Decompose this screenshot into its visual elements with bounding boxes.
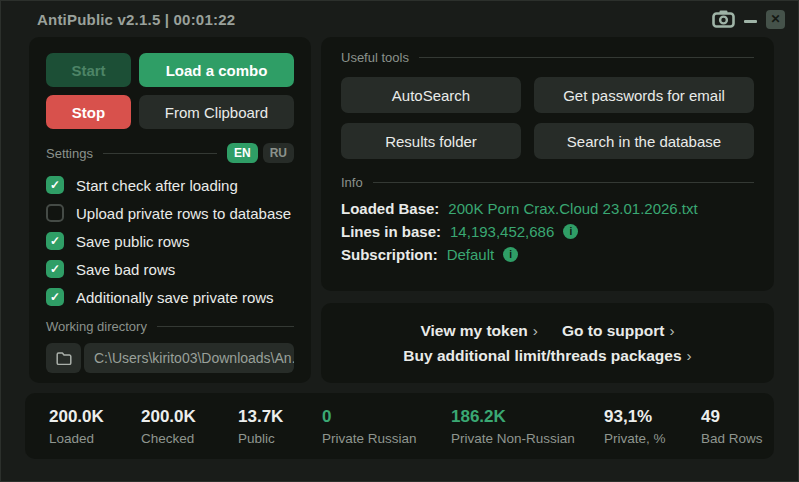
checkbox-upload-private-rows[interactable]: Upload private rows to database (46, 204, 294, 222)
results-folder-button[interactable]: Results folder (341, 123, 521, 159)
screenshot-camera-icon[interactable] (712, 10, 735, 28)
lines-in-base-value: 14,193,452,686 (450, 223, 554, 240)
checkbox-save-private-rows[interactable]: Additionally save private rows (46, 288, 294, 306)
checkbox-label: Upload private rows to database (76, 205, 291, 222)
stat-value: 13.7K (238, 407, 322, 427)
divider-line (373, 182, 754, 183)
useful-tools-label: Useful tools (341, 50, 409, 65)
checkbox-label: Save public rows (76, 233, 189, 250)
subscription-value: Default (447, 246, 495, 263)
load-combo-button[interactable]: Load a combo (139, 53, 294, 87)
stat-checked: 200.0K Checked (141, 407, 238, 446)
stat-loaded: 200.0K Loaded (49, 407, 141, 446)
checkbox-unchecked-icon[interactable] (46, 204, 64, 222)
checkbox-checked-icon[interactable] (46, 232, 64, 250)
working-directory-path-field[interactable]: C:\Users\kirito03\Downloads\An... (84, 343, 294, 373)
useful-tools-header: Useful tools (341, 50, 754, 65)
stat-label: Private Non-Russian (451, 431, 604, 446)
stat-label: Checked (141, 431, 238, 446)
get-passwords-button[interactable]: Get passwords for email (534, 77, 754, 113)
chevron-right-icon: › (687, 347, 692, 365)
minimize-icon[interactable] (744, 20, 757, 23)
start-button[interactable]: Start (46, 53, 131, 87)
chevron-right-icon: › (533, 322, 538, 340)
main-area: Start Load a combo Stop From Clipboard S… (1, 37, 798, 383)
divider-line (157, 326, 294, 327)
stat-public: 13.7K Public (238, 407, 322, 446)
divider-line (419, 57, 754, 58)
info-rows: Loaded Base: 200K Porn Crax.Cloud 23.01.… (341, 200, 754, 263)
stat-value: 49 (701, 407, 763, 427)
buy-packages-link[interactable]: Buy additional limit/threads packages › (403, 347, 691, 365)
stat-label: Bad Rows (701, 431, 763, 446)
stat-label: Loaded (49, 431, 141, 446)
tools-info-panel: Useful tools AutoSearch Get passwords fo… (321, 37, 774, 291)
folder-icon (56, 352, 72, 365)
app-window: AntiPublic v2.1.5 | 00:01:22 Start Load … (0, 0, 799, 482)
checkbox-save-public-rows[interactable]: Save public rows (46, 232, 294, 250)
close-icon[interactable] (766, 10, 785, 29)
support-text: Go to support (562, 322, 664, 340)
checkbox-label: Save bad rows (76, 261, 175, 278)
go-to-support-link[interactable]: Go to support › (562, 322, 675, 340)
stat-private-russian: 0 Private Russian (322, 407, 451, 446)
stat-value: 0 (322, 407, 451, 427)
checkbox-checked-icon[interactable] (46, 260, 64, 278)
links-row-1: View my token › Go to support › (420, 322, 674, 340)
buy-packages-text: Buy additional limit/threads packages (403, 347, 681, 365)
language-toggle: EN RU (227, 143, 294, 163)
checkbox-checked-icon[interactable] (46, 176, 64, 194)
info-label: Info (341, 175, 363, 190)
stat-private-non-russian: 186.2K Private Non-Russian (451, 407, 604, 446)
lines-in-base-row: Lines in base: 14,193,452,686 (341, 223, 754, 240)
settings-header: Settings EN RU (46, 143, 294, 163)
info-tooltip-icon[interactable] (503, 247, 518, 262)
checkbox-save-bad-rows[interactable]: Save bad rows (46, 260, 294, 278)
stat-label: Public (238, 431, 322, 446)
loaded-base-row: Loaded Base: 200K Porn Crax.Cloud 23.01.… (341, 200, 754, 217)
stats-bar: 200.0K Loaded 200.0K Checked 13.7K Publi… (25, 393, 774, 459)
lang-ru-button[interactable]: RU (263, 143, 294, 163)
settings-label: Settings (46, 146, 93, 161)
working-directory-header: Working directory (46, 319, 294, 334)
loaded-base-value: 200K Porn Crax.Cloud 23.01.2026.txt (448, 200, 697, 217)
loaded-base-label: Loaded Base: (341, 200, 439, 217)
working-directory-row: C:\Users\kirito03\Downloads\An... (46, 343, 294, 373)
checkbox-label: Start check after loading (76, 177, 238, 194)
checkbox-start-check-after-loading[interactable]: Start check after loading (46, 176, 294, 194)
stat-value: 200.0K (141, 407, 238, 427)
chevron-right-icon: › (669, 322, 674, 340)
tools-grid: AutoSearch Get passwords for email Resul… (341, 77, 754, 159)
stat-label: Private, % (604, 431, 701, 446)
titlebar: AntiPublic v2.1.5 | 00:01:22 (1, 1, 798, 37)
subscription-label: Subscription: (341, 246, 438, 263)
subscription-row: Subscription: Default (341, 246, 754, 263)
stat-value: 186.2K (451, 407, 604, 427)
links-panel: View my token › Go to support › Buy addi… (321, 303, 774, 383)
run-buttons: Start Load a combo Stop From Clipboard (46, 53, 294, 129)
checkbox-label: Additionally save private rows (76, 289, 274, 306)
stat-private-percent: 93,1% Private, % (604, 407, 701, 446)
view-token-text: View my token (420, 322, 527, 340)
stat-value: 93,1% (604, 407, 701, 427)
divider-line (103, 153, 217, 154)
stat-label: Private Russian (322, 431, 451, 446)
stop-button[interactable]: Stop (46, 95, 131, 129)
info-tooltip-icon[interactable] (563, 224, 578, 239)
window-title: AntiPublic v2.1.5 | 00:01:22 (37, 11, 235, 28)
info-header: Info (341, 175, 754, 190)
control-panel: Start Load a combo Stop From Clipboard S… (29, 37, 311, 383)
working-directory-label: Working directory (46, 319, 147, 334)
right-column: Useful tools AutoSearch Get passwords fo… (321, 37, 774, 383)
view-token-link[interactable]: View my token › (420, 322, 538, 340)
browse-folder-button[interactable] (46, 343, 81, 373)
from-clipboard-button[interactable]: From Clipboard (139, 95, 294, 129)
autosearch-button[interactable]: AutoSearch (341, 77, 521, 113)
titlebar-icons (712, 10, 785, 29)
search-database-button[interactable]: Search in the database (534, 123, 754, 159)
stat-bad-rows: 49 Bad Rows (701, 407, 763, 446)
links-row-2: Buy additional limit/threads packages › (403, 347, 691, 365)
lang-en-button[interactable]: EN (227, 143, 258, 163)
checkbox-checked-icon[interactable] (46, 288, 64, 306)
stat-value: 200.0K (49, 407, 141, 427)
